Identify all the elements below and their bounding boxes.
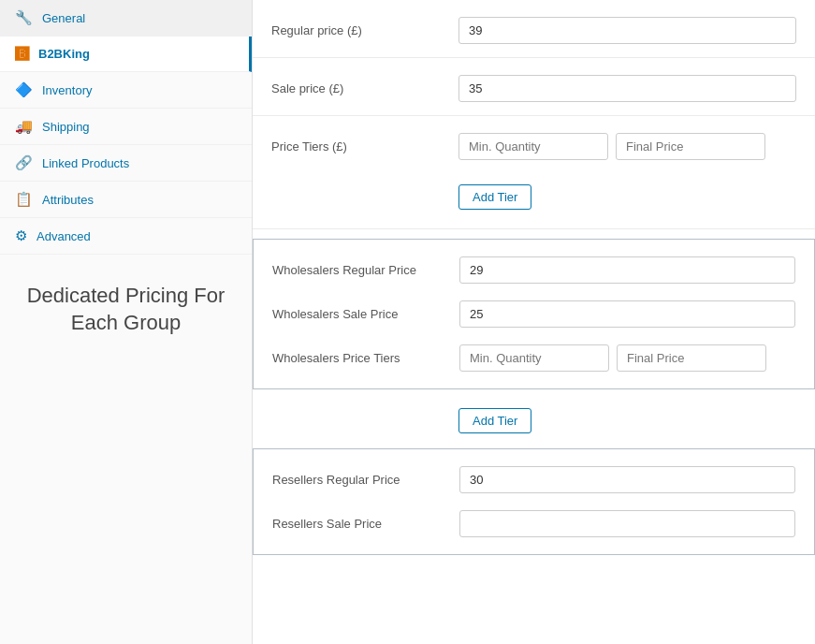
wholesalers-group-box: Wholesalers Regular Price Wholesalers Sa… [253, 239, 815, 389]
price-tiers-section: Price Tiers (£) Add Tier [253, 116, 815, 229]
resellers-sale-price-label: Resellers Sale Price [272, 517, 459, 531]
sidebar-item-b2bking[interactable]: 🅱 B2BKing [0, 37, 252, 72]
wholesalers-tiers-row [459, 344, 766, 372]
price-tiers-final-price[interactable] [616, 133, 765, 160]
sidebar-item-linked-products[interactable]: 🔗 Linked Products [0, 145, 252, 182]
sidebar-item-shipping[interactable]: 🚚 Shipping [0, 109, 252, 145]
resellers-regular-price-row: Resellers Regular Price [272, 466, 795, 493]
resellers-group-box: Resellers Regular Price Resellers Sale P… [253, 448, 815, 555]
add-tier-button[interactable]: Add Tier [458, 184, 531, 210]
resellers-sale-price-row: Resellers Sale Price [272, 510, 795, 537]
sidebar-item-attributes[interactable]: 📋 Attributes [0, 182, 252, 218]
wholesalers-regular-price-row: Wholesalers Regular Price [272, 256, 795, 284]
price-tiers-min-qty[interactable] [458, 133, 608, 160]
wholesalers-sale-price-label: Wholesalers Sale Price [272, 307, 459, 321]
wholesalers-price-tiers-row: Wholesalers Price Tiers [272, 344, 795, 372]
wholesalers-regular-price-input[interactable] [459, 256, 795, 284]
regular-price-label: Regular price (£) [271, 23, 458, 37]
sidebar-label-inventory: Inventory [42, 83, 92, 97]
sale-price-label: Sale price (£) [271, 81, 458, 95]
marketing-text: Dedicated Pricing For Each Group [0, 264, 252, 355]
wholesalers-regular-price-label: Wholesalers Regular Price [272, 263, 459, 277]
sale-price-input-wrap [458, 75, 796, 102]
resellers-sale-price-input-wrap [459, 510, 795, 537]
main-content: Regular price (£) Sale price (£) Price T… [253, 0, 815, 644]
shipping-icon: 🚚 [15, 118, 33, 135]
b2bking-icon: 🅱 [15, 46, 29, 62]
linked-products-icon: 🔗 [15, 154, 33, 171]
wholesalers-add-tier-wrap: Add Tier [253, 389, 815, 448]
price-tiers-label: Price Tiers (£) [271, 139, 458, 154]
sidebar-label-b2bking: B2BKing [38, 47, 90, 61]
price-tiers-inputs [458, 133, 796, 160]
wholesalers-final-price[interactable] [617, 344, 766, 372]
regular-price-input[interactable] [458, 17, 796, 44]
price-tiers-inputs-row [458, 133, 765, 160]
regular-price-input-wrap [458, 17, 796, 44]
sidebar-item-inventory[interactable]: 🔷 Inventory [0, 72, 252, 109]
resellers-sale-price-input[interactable] [459, 510, 795, 537]
wholesalers-section-wrapper: Wholesalers Regular Price Wholesalers Sa… [253, 229, 815, 448]
sale-price-section: Sale price (£) [253, 58, 815, 116]
resellers-regular-price-label: Resellers Regular Price [272, 473, 459, 487]
wholesalers-sale-price-input-wrap [459, 300, 795, 328]
sidebar-label-linked-products: Linked Products [42, 156, 129, 170]
attributes-icon: 📋 [15, 191, 33, 208]
wholesalers-price-tiers-inputs [459, 344, 795, 372]
price-tiers-row: Price Tiers (£) [271, 133, 796, 160]
sidebar-label-shipping: Shipping [42, 120, 90, 134]
resellers-regular-price-input-wrap [459, 466, 795, 493]
inventory-icon: 🔷 [15, 81, 33, 98]
sale-price-row: Sale price (£) [271, 75, 796, 102]
wrench-icon: 🔧 [15, 9, 33, 26]
sidebar-item-advanced[interactable]: ⚙ Advanced [0, 218, 252, 255]
sale-price-input[interactable] [458, 75, 796, 102]
wholesalers-regular-price-input-wrap [459, 256, 795, 284]
resellers-regular-price-input[interactable] [459, 466, 795, 493]
regular-price-section: Regular price (£) [253, 0, 815, 58]
regular-price-row: Regular price (£) [271, 17, 796, 44]
resellers-section-wrapper: Resellers Regular Price Resellers Sale P… [253, 448, 815, 555]
advanced-icon: ⚙ [15, 227, 27, 244]
sidebar: 🔧 General 🅱 B2BKing 🔷 Inventory 🚚 Shippi… [0, 0, 253, 644]
sidebar-item-general[interactable]: 🔧 General [0, 0, 252, 37]
wholesalers-add-tier-button[interactable]: Add Tier [458, 408, 531, 433]
sidebar-label-advanced: Advanced [36, 229, 91, 243]
wholesalers-min-qty[interactable] [459, 344, 609, 372]
wholesalers-sale-price-row: Wholesalers Sale Price [272, 300, 795, 328]
sidebar-label-attributes: Attributes [42, 193, 94, 207]
wholesalers-sale-price-input[interactable] [459, 300, 795, 328]
wholesalers-price-tiers-label: Wholesalers Price Tiers [272, 351, 459, 365]
sidebar-label-general: General [42, 11, 85, 25]
